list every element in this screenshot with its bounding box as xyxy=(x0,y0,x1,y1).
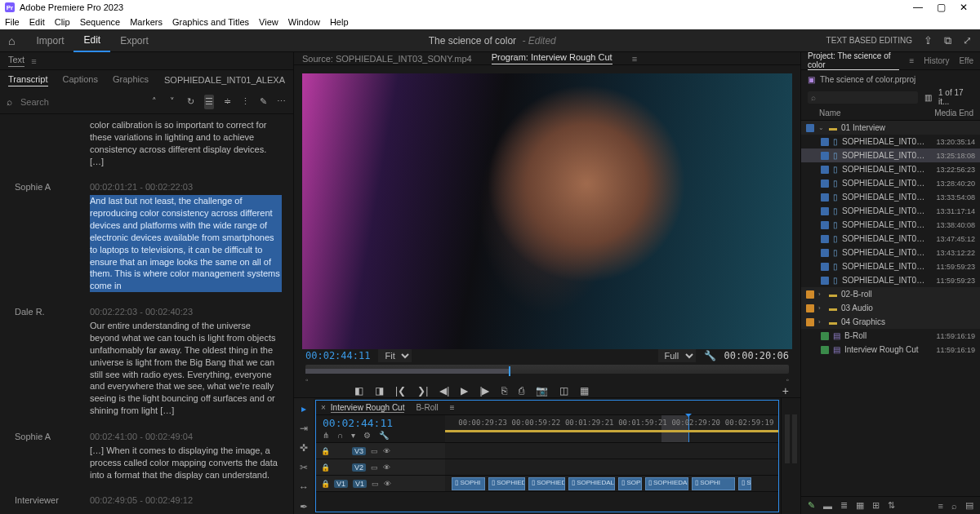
toggle-sync-icon[interactable]: 👁 xyxy=(384,480,391,488)
timeline-ruler[interactable]: 00:00:29:2300:00:59:2200:01:29:2100:01:5… xyxy=(445,415,778,442)
timeline-clip[interactable]: ▯ SOPHIEDAL xyxy=(568,477,615,490)
edit-icon[interactable]: ✎ xyxy=(259,95,269,109)
share-icon[interactable]: ⇪ xyxy=(924,34,933,47)
mark-in-icon[interactable]: ◧ xyxy=(354,385,363,397)
program-tab[interactable]: Program: Interview Rough Cut xyxy=(492,52,612,64)
transcript-text[interactable]: And last but not least, the challenge of… xyxy=(90,195,282,292)
transcript-list[interactable]: color calibration is so important to cor… xyxy=(0,114,293,514)
subtab-graphics[interactable]: Graphics xyxy=(113,74,149,86)
bin-item[interactable]: ▯SOPHIEDALE_INT02_S13:31:17:14 xyxy=(801,204,980,218)
workspace-tab-export[interactable]: Export xyxy=(110,29,158,52)
align-icon[interactable]: ≑ xyxy=(222,95,232,109)
bin-folder[interactable]: ›▬04 Graphics xyxy=(801,315,980,329)
timeline-clip[interactable]: ▯ SOPHI xyxy=(618,477,642,490)
project-bins[interactable]: ⌄▬01 Interview▯SOPHIEDALE_INT01_A13:20:3… xyxy=(801,121,980,357)
menu-view[interactable]: View xyxy=(259,17,278,27)
freeform-view-icon[interactable]: ⊞ xyxy=(872,500,880,511)
bin-item[interactable]: ▤Interview Rough Cut11:59:16:19 xyxy=(801,343,980,357)
disclosure-icon[interactable]: ⌄ xyxy=(818,124,825,131)
lock-icon[interactable]: 🔒 xyxy=(321,463,329,472)
timeline-clip[interactable]: ▯ S xyxy=(738,477,751,490)
lock-icon[interactable]: 🔒 xyxy=(321,480,329,488)
transcript-row[interactable]: Sophie A00:02:01:21 - 00:02:22:03And las… xyxy=(15,182,282,292)
filter-icon[interactable]: ☰ xyxy=(204,95,214,109)
toggle-sync-icon[interactable]: 👁 xyxy=(383,463,390,472)
toggle-sync-icon[interactable]: 👁 xyxy=(383,447,390,455)
transcript-text[interactable]: Our entire understanding of the universe… xyxy=(90,320,282,417)
search-input[interactable] xyxy=(20,97,133,107)
bin-item[interactable]: ▯SOPHIEDALE_INT02_C13:33:54:08 xyxy=(801,190,980,204)
sort-down-icon[interactable]: ˅ xyxy=(167,95,177,109)
link-icon[interactable]: ∩ xyxy=(337,431,343,440)
workspace-tab-edit[interactable]: Edit xyxy=(74,29,110,52)
track-v1[interactable]: 🔒V1V1▭👁▯ SOPHI▯ SOPHIED▯ SOPHIED▯ SOPHIE… xyxy=(316,476,778,492)
play-icon[interactable]: ▶ xyxy=(461,385,468,397)
menu-edit[interactable]: Edit xyxy=(29,17,45,27)
minimize-icon[interactable]: — xyxy=(906,2,929,13)
ripple-tool-icon[interactable]: ✜ xyxy=(297,442,310,455)
transcript-text[interactable]: […] When it comes to displaying the imag… xyxy=(90,445,282,481)
wrench-icon[interactable]: 🔧 xyxy=(379,431,389,440)
sequence-tab[interactable]: B-Roll xyxy=(416,403,438,412)
refresh-icon[interactable]: ↻ xyxy=(186,95,196,109)
track-v2[interactable]: 🔒V2▭👁 xyxy=(316,459,778,476)
selection-tool-icon[interactable]: ▸ xyxy=(297,403,310,416)
timeline-clip[interactable]: ▯ SOPHIEDAL xyxy=(645,477,688,490)
overwrite-icon[interactable]: ⎙ xyxy=(519,385,524,397)
fullscreen-icon[interactable]: ⤢ xyxy=(963,34,972,47)
track-target[interactable]: V1 xyxy=(353,480,367,488)
effects-tab[interactable]: Effe xyxy=(959,56,973,65)
bin-item[interactable]: ▯SOPHIEDALE_INT02_A13:28:40:20 xyxy=(801,176,980,190)
list-view-icon[interactable]: ≣ xyxy=(840,500,848,511)
trim-icon[interactable]: ⋮ xyxy=(240,95,250,109)
transcript-row[interactable]: color calibration is so important to cor… xyxy=(15,119,282,167)
sequence-menu-icon[interactable]: ≡ xyxy=(450,403,455,412)
lock-icon[interactable]: 🔒 xyxy=(321,447,329,455)
subtab-captions[interactable]: Captions xyxy=(63,74,98,86)
project-search-input[interactable] xyxy=(808,91,918,104)
menu-graphics-and-titles[interactable]: Graphics and Titles xyxy=(172,17,249,27)
timeline-timecode[interactable]: 00:02:44:11 xyxy=(323,417,439,429)
track-target[interactable]: V2 xyxy=(352,463,366,472)
track-select-tool-icon[interactable]: ⇥ xyxy=(297,423,310,436)
toggle-output-icon[interactable]: ▭ xyxy=(371,463,378,472)
disclosure-icon[interactable]: › xyxy=(818,290,825,298)
col-media-end[interactable]: Media End xyxy=(928,109,973,117)
timeline-clip[interactable]: ▯ SOPHI xyxy=(692,477,735,490)
new-item-icon[interactable]: ▤ xyxy=(965,500,973,511)
menu-file[interactable]: File xyxy=(5,17,20,27)
program-menu-icon[interactable]: ≡ xyxy=(632,54,637,64)
snap-icon[interactable]: ⋔ xyxy=(323,431,329,440)
go-out-icon[interactable]: ❯| xyxy=(417,385,428,397)
home-icon[interactable]: ⌂ xyxy=(8,34,15,47)
step-fwd-icon[interactable]: |▶ xyxy=(479,385,489,397)
track-target[interactable]: V3 xyxy=(352,447,366,455)
bin-item[interactable]: ▯SOPHIEDALE_INT01_S13:22:56:23 xyxy=(801,162,980,176)
menu-clip[interactable]: Clip xyxy=(55,17,70,27)
source-patch[interactable]: V1 xyxy=(334,480,348,488)
export-frame-icon[interactable]: 📷 xyxy=(536,385,548,397)
transcript-text[interactable]: color calibration is so important to cor… xyxy=(90,119,282,167)
bin-item[interactable]: ▯SOPHIEDALE_INT03_C13:47:45:12 xyxy=(801,232,980,246)
panel-menu-icon[interactable]: ≡ xyxy=(31,56,36,66)
disclosure-icon[interactable]: › xyxy=(818,304,825,312)
export-icon[interactable]: ⧉ xyxy=(944,34,951,47)
scrub-handle-left[interactable]: ◦ xyxy=(305,375,309,384)
toggle-output-icon[interactable]: ▭ xyxy=(371,447,378,455)
toggle-output-icon[interactable]: ▭ xyxy=(372,480,379,488)
bin-item[interactable]: ▯SOPHIEDALE_INT03_A13:38:40:08 xyxy=(801,218,980,232)
close-sequence-icon[interactable]: × xyxy=(321,403,326,412)
wrench-icon[interactable]: 🔧 xyxy=(704,350,716,361)
program-monitor[interactable] xyxy=(302,73,792,349)
bin-item[interactable]: ▯SOPHIEDALE_INT01_C13:25:18:08 xyxy=(801,148,980,162)
subtab-transcript[interactable]: Transcript xyxy=(8,74,48,86)
compare-icon[interactable]: ◫ xyxy=(559,385,568,397)
new-bin-icon[interactable]: ▥ xyxy=(924,93,932,102)
pencil-icon[interactable]: ✎ xyxy=(808,500,815,511)
sort-icon[interactable]: ⇅ xyxy=(888,500,895,511)
text-based-editing-button[interactable]: TEXT BASED EDITING xyxy=(826,36,912,45)
sequence-tab[interactable]: Interview Rough Cut xyxy=(331,403,405,413)
bin-folder[interactable]: ›▬03 Audio xyxy=(801,301,980,315)
search-icon[interactable]: ⌕ xyxy=(7,96,12,108)
fit-select[interactable]: Fit xyxy=(378,349,412,362)
